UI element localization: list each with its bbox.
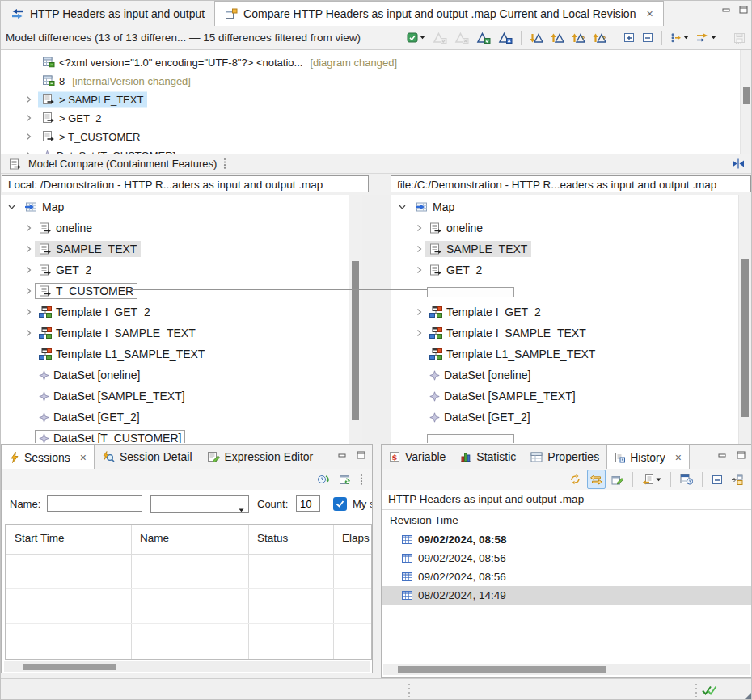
my-sessions-checkbox[interactable]	[333, 497, 347, 511]
column-header-status[interactable]: Status	[248, 525, 333, 544]
dropdown-arrow-icon[interactable]	[711, 36, 716, 40]
tree-row-map[interactable]: Map	[1, 196, 349, 217]
history-scroll-thumb[interactable]	[398, 666, 606, 673]
tree-row-get-2[interactable]: GET_2	[391, 259, 738, 280]
column-header-elaps[interactable]: Elaps	[333, 525, 372, 544]
tree-row-t-customer[interactable]: > T_CUSTOMER	[1, 127, 740, 145]
tab-statistic[interactable]: Statistic	[453, 445, 523, 469]
tab-sessions[interactable]: Sessions×	[2, 445, 95, 470]
maximize-icon[interactable]	[739, 6, 748, 14]
previous-unresolved-button[interactable]: ?	[590, 28, 609, 48]
compare-mode-button[interactable]	[609, 470, 626, 489]
left-tree-scroll-thumb[interactable]	[352, 261, 359, 420]
accept-all-button[interactable]	[474, 28, 493, 48]
minimize-icon[interactable]	[718, 451, 727, 459]
chevron-right-icon[interactable]	[416, 309, 423, 316]
next-unresolved-button[interactable]: ?	[569, 28, 588, 48]
tree-row-t-customer[interactable]: T_CUSTOMER	[1, 280, 349, 302]
tree-row-template-i-sample-text[interactable]: Template I_SAMPLE_TEXT	[1, 323, 349, 344]
tree-row-template-i-get-2[interactable]: Template I_GET_2	[1, 302, 349, 323]
chevron-right-icon[interactable]	[25, 95, 32, 103]
dropdown-arrow-icon[interactable]	[683, 36, 689, 40]
tree-row-get-2[interactable]: GET_2	[1, 259, 349, 280]
refresh-view-button[interactable]	[336, 470, 354, 489]
editor-tab-http-headers-as-input-and-output[interactable]: HTTP Headers as input and output	[1, 1, 214, 26]
diff-tree-scroll-thumb[interactable]	[743, 87, 750, 104]
chevron-down-icon[interactable]	[399, 204, 406, 211]
collapse-all-button[interactable]	[709, 470, 725, 489]
date-format-button[interactable]	[678, 470, 695, 489]
get-revision-button[interactable]	[640, 470, 664, 489]
tree-row-template-i-get-2[interactable]: Template I_GET_2	[391, 302, 738, 323]
session-filter-dropdown[interactable]	[150, 495, 249, 513]
sessions-scroll-thumb[interactable]	[23, 664, 116, 670]
chevron-right-icon[interactable]	[25, 114, 32, 121]
maximize-icon[interactable]	[737, 451, 746, 459]
count-input[interactable]	[296, 495, 320, 512]
tree-row-map[interactable]: Map	[391, 196, 738, 217]
chevron-right-icon[interactable]	[25, 267, 32, 274]
collapse-all-button[interactable]	[640, 28, 656, 48]
tree-row-sample-text[interactable]: SAMPLE_TEXT	[391, 238, 738, 259]
mirror-panes-icon[interactable]	[732, 158, 745, 169]
tree-row-dataset-sample-text[interactable]: DataSet [SAMPLE_TEXT]	[391, 386, 738, 407]
tab-history[interactable]: History×	[606, 445, 690, 470]
revision-row[interactable]: 08/02/2024, 14:49	[382, 586, 751, 605]
reject-all-button[interactable]	[496, 28, 515, 48]
tree-row-dataset-sample-text[interactable]: DataSet [SAMPLE_TEXT]	[1, 386, 349, 407]
link-with-editor-button[interactable]	[587, 470, 606, 489]
chevron-right-icon[interactable]	[25, 225, 32, 232]
tree-row-dataset-oneline[interactable]: DataSet [oneline]	[1, 365, 349, 386]
revision-row[interactable]: 09/02/2024, 08:58	[382, 530, 751, 549]
next-difference-button[interactable]	[527, 28, 546, 48]
close-icon[interactable]: ×	[80, 451, 87, 464]
tree-row-sample-text[interactable]: > SAMPLE_TEXT	[1, 90, 740, 108]
tab-expression-editor[interactable]: Expression Editor	[200, 445, 321, 469]
chevron-right-icon[interactable]	[25, 330, 32, 337]
revision-time-column-header[interactable]: Revision Time	[390, 514, 458, 526]
chevron-right-icon[interactable]	[25, 288, 32, 295]
name-input[interactable]	[47, 495, 142, 512]
minimize-icon[interactable]	[722, 6, 731, 14]
group-differences-button[interactable]	[668, 28, 691, 48]
open-new-view-button[interactable]	[729, 470, 746, 489]
tab-properties[interactable]: Properties	[523, 445, 606, 469]
dropdown-arrow-icon[interactable]	[420, 36, 425, 40]
expand-all-button[interactable]	[621, 28, 637, 48]
chevron-right-icon[interactable]	[416, 246, 423, 253]
tree-row-dataset-get-2[interactable]: DataSet [GET_2]	[391, 407, 738, 428]
editor-tab-compare-http-headers-as-input-and-output-m[interactable]: Compare HTTP Headers as input and output…	[214, 1, 664, 26]
chevron-right-icon[interactable]	[25, 133, 32, 140]
chevron-down-icon[interactable]	[8, 204, 15, 211]
tree-row-xml-version-1-0-encoding-utf-8-notatio[interactable]: <?xml version="1.0" encoding="UTF-8"?> <…	[1, 53, 740, 71]
refresh-revisions-button[interactable]	[567, 470, 584, 489]
tab-session-detail[interactable]: Session Detail	[95, 445, 200, 469]
tree-row-dataset-oneline[interactable]: DataSet [oneline]	[391, 365, 738, 386]
close-icon[interactable]: ×	[675, 451, 682, 464]
window-resize-grip[interactable]	[742, 691, 752, 700]
chevron-right-icon[interactable]	[25, 246, 32, 253]
minimize-icon[interactable]	[338, 451, 347, 459]
right-tree-scroll-thumb[interactable]	[741, 259, 749, 417]
sessions-table[interactable]: Start TimeNameStatusElaps	[5, 524, 372, 660]
tab-variable[interactable]: $Variable	[382, 445, 453, 469]
chevron-right-icon[interactable]	[25, 309, 32, 316]
chevron-right-icon[interactable]	[416, 330, 423, 337]
tree-row-template-l1-sample-text[interactable]: Template L1_SAMPLE_TEXT	[1, 344, 349, 365]
tree-row-dataset-t-customer[interactable]: DataSet [T_CUSTOMER]	[1, 428, 349, 443]
tree-row-sample-text[interactable]: SAMPLE_TEXT	[1, 238, 349, 259]
close-icon[interactable]: ×	[646, 7, 653, 20]
status-drag-handle[interactable]	[408, 684, 410, 697]
merge-direction-button[interactable]	[694, 28, 719, 48]
tree-row-8[interactable]: 8[internalVersion changed]	[1, 71, 740, 90]
maximize-icon[interactable]	[357, 451, 365, 459]
revision-row[interactable]: 09/02/2024, 08:56	[382, 549, 751, 567]
column-header-name[interactable]: Name	[131, 525, 248, 544]
status-drag-handle[interactable]	[695, 684, 697, 697]
revision-row[interactable]: 09/02/2024, 08:56	[382, 567, 751, 586]
scheduled-refresh-button[interactable]	[315, 470, 333, 489]
tree-row-oneline[interactable]: oneline	[391, 217, 738, 238]
menu-handle-icon[interactable]	[223, 158, 226, 170]
column-header-start-time[interactable]: Start Time	[6, 525, 131, 544]
tree-row-template-l1-sample-text[interactable]: Template L1_SAMPLE_TEXT	[391, 344, 738, 365]
